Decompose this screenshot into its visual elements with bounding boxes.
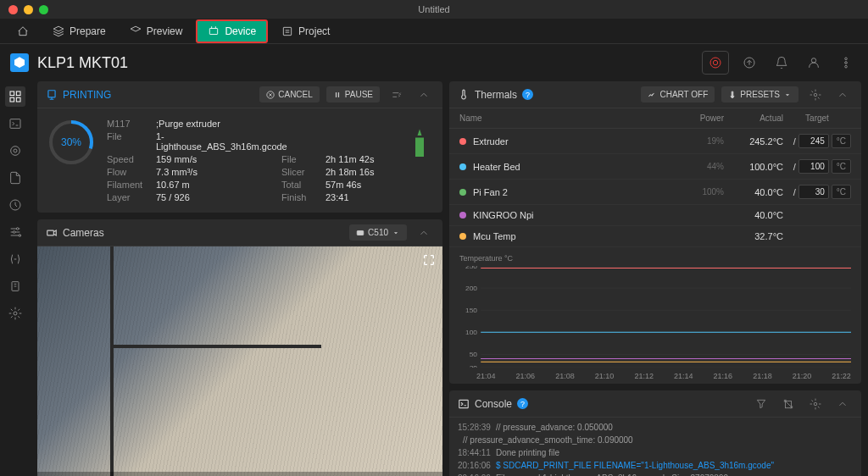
svg-text:50: 50 (470, 351, 478, 359)
app-logo-icon (10, 53, 29, 72)
emergency-stop-button[interactable] (702, 51, 729, 75)
thermal-row: Mcu Temp 32.7°C (449, 226, 861, 247)
console-output: 15:28:39// pressure_advance: 0.050000// … (449, 418, 861, 476)
printing-tune-icon[interactable] (387, 85, 407, 105)
svg-rect-0 (210, 28, 218, 34)
svg-point-6 (845, 58, 848, 60)
svg-point-7 (845, 62, 848, 64)
camera-feed: C510fps: 10 (37, 246, 442, 476)
svg-rect-13 (10, 119, 20, 129)
svg-rect-23 (336, 92, 337, 97)
sidebar-files-icon[interactable] (5, 168, 25, 188)
sidebar-system-icon[interactable] (5, 276, 25, 296)
console-collapse-icon[interactable] (832, 394, 853, 414)
sidebar-tune-icon[interactable] (5, 222, 25, 242)
chart-off-button[interactable]: CHART OFF (641, 86, 715, 102)
thermal-row: KINGROO Npi 40.0°C (449, 205, 861, 226)
svg-point-17 (13, 231, 15, 234)
progress-percent: 30% (61, 136, 81, 148)
svg-text:200: 200 (465, 285, 477, 292)
thermals-title: Thermals ? (458, 89, 533, 101)
printing-panel: PRINTING CANCEL PAUSE 30% M117;Purge ext… (37, 81, 442, 213)
sidebar-console-icon[interactable] (5, 113, 25, 134)
target-input[interactable] (798, 159, 829, 174)
target-input[interactable] (798, 134, 829, 148)
thermal-row: Pi Fan 2 100% 40.0°C /°C (449, 180, 861, 205)
device-label: Device (225, 25, 256, 37)
prepare-tab[interactable]: Prepare (42, 21, 116, 42)
titlebar: Untitled (0, 0, 868, 19)
thermals-collapse-icon[interactable] (832, 85, 853, 105)
sidebar-settings-icon[interactable] (5, 303, 25, 324)
console-title: Console ? (458, 398, 528, 410)
sidebar-gcode-icon[interactable] (5, 141, 25, 161)
target-input[interactable] (798, 185, 829, 199)
sidebar (0, 81, 31, 476)
svg-rect-27 (47, 230, 54, 235)
fullscreen-icon[interactable] (422, 253, 436, 269)
device-tab[interactable]: Device (196, 19, 268, 43)
svg-point-8 (845, 65, 848, 68)
window-controls (0, 5, 48, 14)
main-toolbar: Prepare Preview Device Project (0, 19, 868, 44)
svg-point-16 (16, 228, 19, 230)
pause-button[interactable]: PAUSE (326, 86, 380, 102)
user-icon[interactable] (802, 51, 826, 75)
printing-title: PRINTING (46, 89, 111, 101)
device-header: KLP1 MKT01 (0, 44, 868, 81)
svg-point-3 (713, 60, 717, 64)
svg-point-15 (14, 149, 17, 152)
svg-rect-43 (459, 400, 469, 407)
console-clear-icon[interactable] (778, 394, 798, 414)
close-window-icon[interactable] (8, 5, 18, 14)
sidebar-dashboard-icon[interactable] (5, 86, 25, 107)
svg-rect-11 (10, 97, 14, 102)
sidebar-macros-icon[interactable] (5, 249, 25, 269)
svg-point-29 (359, 231, 362, 234)
console-panel: Console ? 15:28:39// pressure_advance: 0… (449, 390, 861, 476)
model-preview-icon (407, 127, 432, 161)
printing-collapse-icon[interactable] (414, 85, 434, 105)
svg-text:20: 20 (470, 364, 478, 368)
thermals-header-row: NamePowerActualTarget (449, 108, 861, 129)
preview-label: Preview (147, 25, 183, 37)
svg-text:250: 250 (465, 266, 477, 270)
svg-point-30 (814, 93, 817, 97)
project-tab[interactable]: Project (271, 21, 340, 42)
thermal-row: Heater Bed 44% 100.0°C /°C (449, 154, 861, 180)
thermals-panel: Thermals ? CHART OFF PRESETS NamePowerAc… (449, 81, 861, 384)
preview-tab[interactable]: Preview (120, 21, 193, 42)
print-info-grid: M117;Purge extruderFile1-Lighthouse_ABS_… (107, 119, 395, 202)
device-name: KLP1 MKT01 (37, 54, 128, 72)
notifications-icon[interactable] (770, 51, 793, 75)
help-icon[interactable]: ? (522, 89, 533, 100)
home-button[interactable] (7, 21, 39, 42)
svg-rect-24 (338, 92, 339, 97)
thermals-chart: Temperature °C 2050100150200250 21:0421:… (449, 247, 861, 384)
thermals-settings-icon[interactable] (805, 85, 826, 105)
cameras-collapse-icon[interactable] (414, 223, 434, 243)
svg-rect-1 (283, 27, 291, 35)
sidebar-history-icon[interactable] (5, 195, 25, 215)
project-label: Project (298, 25, 330, 37)
console-settings-icon[interactable] (805, 394, 826, 414)
menu-icon[interactable] (834, 51, 858, 75)
maximize-window-icon[interactable] (39, 5, 48, 14)
console-filter-icon[interactable] (751, 394, 771, 414)
camera-select[interactable]: C510 (349, 224, 407, 241)
cameras-title: Cameras (46, 227, 104, 239)
window-title: Untitled (418, 4, 449, 14)
help-icon[interactable]: ? (517, 398, 528, 409)
svg-rect-9 (10, 91, 14, 96)
cancel-button[interactable]: CANCEL (259, 86, 320, 102)
svg-point-2 (710, 58, 721, 68)
svg-point-20 (14, 312, 17, 315)
progress-ring: 30% (47, 119, 95, 166)
upload-button[interactable] (737, 51, 761, 75)
svg-rect-21 (48, 90, 55, 97)
presets-button[interactable]: PRESETS (721, 86, 798, 102)
chart-ylabel: Temperature °C (459, 254, 851, 263)
svg-point-14 (11, 147, 20, 156)
minimize-window-icon[interactable] (24, 5, 33, 14)
svg-point-45 (814, 402, 817, 406)
